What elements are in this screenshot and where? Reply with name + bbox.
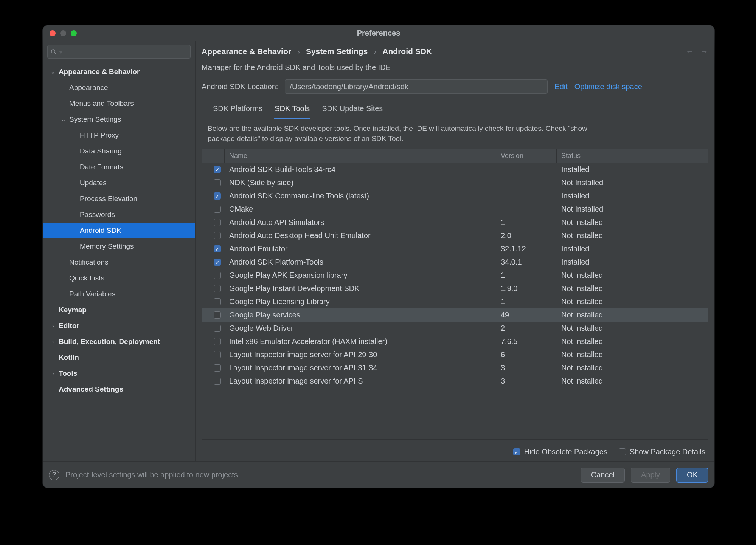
sidebar-item[interactable]: Menus and Toolbars	[43, 96, 195, 111]
row-checkbox[interactable]	[214, 272, 221, 279]
col-version[interactable]: Version	[496, 149, 557, 163]
table-body: Android SDK Build-Tools 34-rc4InstalledN…	[202, 163, 708, 439]
table-row[interactable]: NDK (Side by side)Not Installed	[202, 176, 708, 189]
row-checkbox[interactable]	[214, 338, 221, 345]
sidebar-item[interactable]: Android SDK	[43, 223, 195, 238]
close-icon[interactable]	[50, 30, 56, 36]
row-status: Installed	[557, 165, 708, 174]
table-row[interactable]: Intel x86 Emulator Accelerator (HAXM ins…	[202, 335, 708, 348]
breadcrumb-item[interactable]: System Settings	[306, 47, 368, 56]
search-icon	[51, 49, 57, 55]
sidebar-item-label: Editor	[59, 322, 79, 330]
sidebar-item[interactable]: ›Tools	[43, 365, 195, 381]
row-checkbox[interactable]	[214, 192, 221, 200]
row-status: Not installed	[557, 364, 708, 372]
edit-link[interactable]: Edit	[554, 82, 567, 91]
chevron-icon: ⌄	[60, 116, 67, 122]
sidebar-item[interactable]: Memory Settings	[43, 238, 195, 254]
sidebar-item[interactable]: Keymap	[43, 302, 195, 318]
sidebar-item[interactable]: Passwords	[43, 207, 195, 223]
sidebar-item[interactable]: Path Variables	[43, 286, 195, 302]
sidebar-item[interactable]: Process Elevation	[43, 191, 195, 207]
sidebar-item-label: Date Formats	[80, 163, 123, 171]
table-row[interactable]: Layout Inspector image server for API 29…	[202, 348, 708, 361]
help-icon[interactable]: ?	[49, 470, 59, 480]
row-version: 34.0.1	[496, 258, 557, 266]
preferences-window: Preferences ▾ ⌄Appearance & BehaviorAppe…	[43, 25, 714, 488]
minimize-icon[interactable]	[60, 30, 66, 36]
row-checkbox[interactable]	[214, 232, 221, 239]
row-status: Not installed	[557, 311, 708, 319]
sidebar-item[interactable]: ›Build, Execution, Deployment	[43, 334, 195, 350]
breadcrumb-item[interactable]: Android SDK	[382, 47, 432, 56]
col-status[interactable]: Status	[557, 149, 708, 163]
table-row[interactable]: Android SDK Command-line Tools (latest)I…	[202, 189, 708, 203]
zoom-icon[interactable]	[71, 30, 77, 36]
table-row[interactable]: Android SDK Platform-Tools34.0.1Installe…	[202, 255, 708, 269]
sidebar-item[interactable]: Data Sharing	[43, 143, 195, 159]
row-checkbox[interactable]	[214, 351, 221, 358]
sidebar-item-label: Data Sharing	[80, 147, 122, 155]
ok-button[interactable]: OK	[676, 468, 708, 483]
row-checkbox[interactable]	[214, 378, 221, 385]
table-row[interactable]: Android SDK Build-Tools 34-rc4Installed	[202, 163, 708, 176]
apply-button[interactable]: Apply	[631, 468, 670, 483]
row-checkbox[interactable]	[214, 219, 221, 226]
page-subtitle: Manager for the Android SDK and Tools us…	[196, 60, 714, 79]
optimize-disk-link[interactable]: Optimize disk space	[574, 82, 642, 91]
table-row[interactable]: Google Play Licensing Library1Not instal…	[202, 295, 708, 308]
row-checkbox[interactable]	[214, 298, 221, 305]
dialog-footer: ? Project-level settings will be applied…	[43, 461, 714, 488]
content-pane: Appearance & Behavior › System Settings …	[196, 41, 714, 461]
table-row[interactable]: Google Play services49Not installed	[202, 308, 708, 322]
sidebar-item[interactable]: ›Editor	[43, 318, 195, 334]
sidebar-item-label: Process Elevation	[80, 195, 137, 203]
row-status: Not Installed	[557, 178, 708, 187]
row-checkbox[interactable]	[214, 259, 221, 266]
tab[interactable]: SDK Platforms	[212, 101, 263, 119]
sdk-location-input[interactable]	[285, 79, 548, 94]
col-name[interactable]: Name	[225, 149, 496, 163]
row-checkbox[interactable]	[214, 179, 221, 186]
table-row[interactable]: Android Auto Desktop Head Unit Emulator2…	[202, 229, 708, 242]
nav-forward-icon[interactable]: →	[700, 46, 708, 56]
search-input[interactable]: ▾	[47, 45, 191, 59]
table-row[interactable]: Google Play APK Expansion library1Not in…	[202, 269, 708, 282]
sidebar-item[interactable]: ⌄System Settings	[43, 111, 195, 127]
tab[interactable]: SDK Update Sites	[321, 101, 383, 119]
hide-obsolete-checkbox[interactable]: Hide Obsolete Packages	[513, 447, 607, 456]
table-row[interactable]: Android Auto API Simulators1Not installe…	[202, 216, 708, 229]
tab[interactable]: SDK Tools	[274, 101, 310, 119]
sidebar-item[interactable]: ⌄Appearance & Behavior	[43, 64, 195, 80]
table-row[interactable]: Layout Inspector image server for API S3…	[202, 375, 708, 388]
cancel-button[interactable]: Cancel	[581, 468, 625, 483]
row-checkbox[interactable]	[214, 206, 221, 213]
row-checkbox[interactable]	[214, 325, 221, 332]
sidebar-item[interactable]: Quick Lists	[43, 270, 195, 286]
row-checkbox[interactable]	[214, 245, 221, 252]
table-row[interactable]: Google Play Instant Development SDK1.9.0…	[202, 282, 708, 295]
sidebar-item[interactable]: Updates	[43, 175, 195, 191]
row-checkbox[interactable]	[214, 311, 221, 319]
row-checkbox[interactable]	[214, 285, 221, 292]
sidebar-item[interactable]: HTTP Proxy	[43, 127, 195, 143]
show-details-checkbox[interactable]: Show Package Details	[619, 447, 705, 456]
table-row[interactable]: CMakeNot Installed	[202, 203, 708, 216]
sidebar-item[interactable]: Appearance	[43, 80, 195, 96]
sidebar-item[interactable]: Advanced Settings	[43, 381, 195, 397]
row-status: Installed	[557, 258, 708, 266]
row-checkbox[interactable]	[214, 364, 221, 372]
sidebar-item[interactable]: Date Formats	[43, 159, 195, 175]
table-row[interactable]: Layout Inspector image server for API 31…	[202, 361, 708, 375]
table-row[interactable]: Google Web Driver2Not installed	[202, 322, 708, 335]
breadcrumb-item[interactable]: Appearance & Behavior	[202, 47, 291, 56]
row-checkbox[interactable]	[214, 166, 221, 173]
chevron-right-icon: ›	[297, 47, 300, 56]
sidebar-item[interactable]: Kotlin	[43, 350, 195, 365]
sidebar-item[interactable]: Notifications	[43, 254, 195, 270]
row-status: Not installed	[557, 350, 708, 359]
table-row[interactable]: Android Emulator32.1.12Installed	[202, 242, 708, 255]
nav-back-icon[interactable]: ←	[686, 46, 694, 56]
sidebar-item-label: Updates	[80, 179, 107, 187]
table-header: Name Version Status	[202, 149, 708, 163]
